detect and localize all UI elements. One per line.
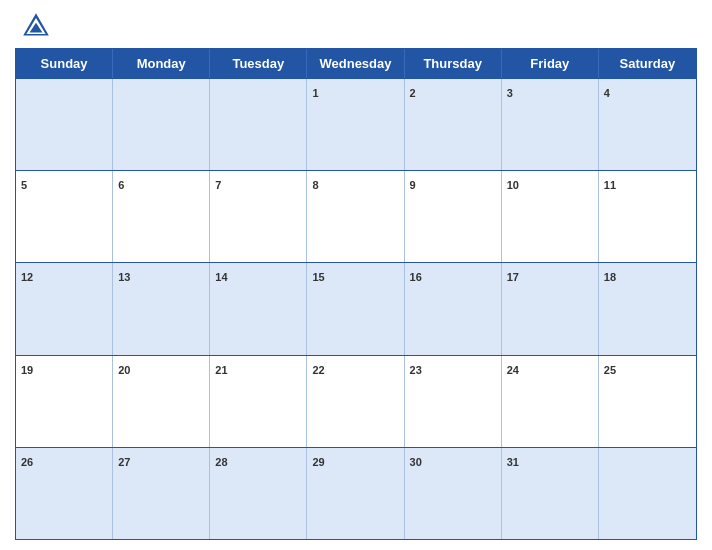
day-cell: 3 [502,79,599,170]
day-header-monday: Monday [113,49,210,78]
day-cell: 19 [16,356,113,447]
day-header-saturday: Saturday [599,49,696,78]
day-number: 10 [507,179,519,191]
day-cell: 27 [113,448,210,539]
day-number: 30 [410,456,422,468]
day-header-thursday: Thursday [405,49,502,78]
day-number: 24 [507,364,519,376]
day-number: 20 [118,364,130,376]
day-cell: 28 [210,448,307,539]
logo [20,10,56,42]
day-number: 28 [215,456,227,468]
day-number: 29 [312,456,324,468]
calendar-grid: SundayMondayTuesdayWednesdayThursdayFrid… [15,48,697,540]
day-cell: 2 [405,79,502,170]
day-number: 17 [507,271,519,283]
day-number: 5 [21,179,27,191]
day-cell: 25 [599,356,696,447]
day-cell: 15 [307,263,404,354]
day-number: 26 [21,456,33,468]
day-cell: 7 [210,171,307,262]
day-number: 1 [312,87,318,99]
day-number: 15 [312,271,324,283]
day-headers-row: SundayMondayTuesdayWednesdayThursdayFrid… [16,49,696,78]
day-number: 9 [410,179,416,191]
week-row-3: 12131415161718 [16,262,696,354]
day-number: 27 [118,456,130,468]
day-cell [113,79,210,170]
header [15,10,697,42]
day-cell [599,448,696,539]
day-number: 31 [507,456,519,468]
day-cell: 4 [599,79,696,170]
day-header-sunday: Sunday [16,49,113,78]
day-cell: 31 [502,448,599,539]
day-cell: 29 [307,448,404,539]
day-number: 23 [410,364,422,376]
calendar-body: 1234567891011121314151617181920212223242… [16,78,696,539]
day-header-wednesday: Wednesday [307,49,404,78]
day-cell: 12 [16,263,113,354]
day-number: 18 [604,271,616,283]
day-number: 21 [215,364,227,376]
day-number: 19 [21,364,33,376]
week-row-5: 262728293031 [16,447,696,539]
day-header-tuesday: Tuesday [210,49,307,78]
day-number: 12 [21,271,33,283]
day-cell: 11 [599,171,696,262]
day-number: 7 [215,179,221,191]
day-cell: 8 [307,171,404,262]
day-cell: 10 [502,171,599,262]
day-cell: 26 [16,448,113,539]
week-row-1: 1234 [16,78,696,170]
day-number: 2 [410,87,416,99]
day-number: 3 [507,87,513,99]
day-cell: 22 [307,356,404,447]
generalblue-logo-icon [20,10,52,42]
day-cell: 9 [405,171,502,262]
day-cell: 21 [210,356,307,447]
day-cell: 24 [502,356,599,447]
day-cell: 14 [210,263,307,354]
day-number: 11 [604,179,616,191]
day-cell: 18 [599,263,696,354]
day-cell: 20 [113,356,210,447]
week-row-4: 19202122232425 [16,355,696,447]
day-number: 6 [118,179,124,191]
day-cell: 13 [113,263,210,354]
day-cell: 23 [405,356,502,447]
day-cell: 17 [502,263,599,354]
day-cell [210,79,307,170]
day-cell: 16 [405,263,502,354]
day-number: 13 [118,271,130,283]
day-number: 14 [215,271,227,283]
calendar-page: SundayMondayTuesdayWednesdayThursdayFrid… [0,0,712,550]
day-number: 16 [410,271,422,283]
day-cell: 5 [16,171,113,262]
day-number: 25 [604,364,616,376]
day-cell [16,79,113,170]
day-header-friday: Friday [502,49,599,78]
day-number: 22 [312,364,324,376]
day-cell: 6 [113,171,210,262]
day-number: 4 [604,87,610,99]
week-row-2: 567891011 [16,170,696,262]
day-number: 8 [312,179,318,191]
day-cell: 1 [307,79,404,170]
day-cell: 30 [405,448,502,539]
